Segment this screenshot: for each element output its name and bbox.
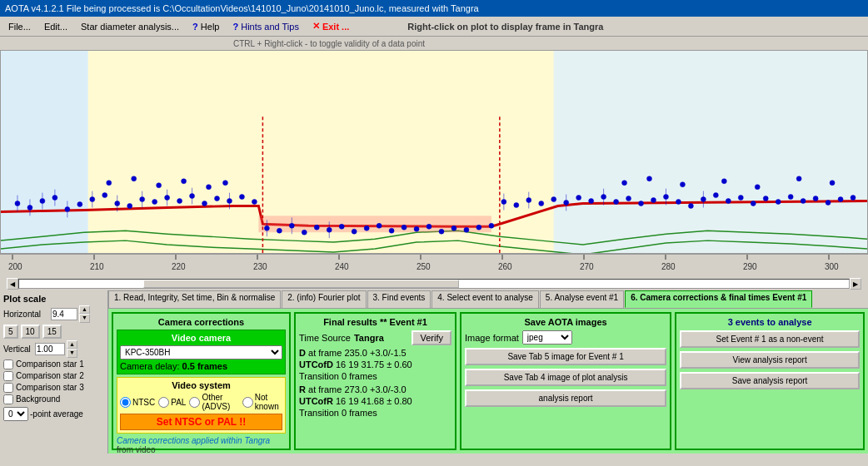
camera-delay-value: 0.5 frames (182, 361, 227, 371)
format-label: Image format (465, 333, 519, 343)
svg-point-48 (389, 228, 394, 233)
scale-15-btn[interactable]: 15 (42, 325, 62, 339)
comp3-checkbox[interactable] (3, 383, 13, 393)
transition-r-row: Transition 0 frames (299, 408, 451, 418)
tab-1[interactable]: 1. Read, Integrity, Set time, Bin & norm… (108, 290, 281, 308)
comp2-checkbox[interactable] (3, 371, 13, 381)
camera-note-text: Camera corrections applied within Tangra (117, 436, 270, 445)
comp2-row: Comparison star 2 (3, 371, 104, 381)
hints-icon: ? (232, 22, 238, 32)
tab-4[interactable]: 4. Select event to analyse (432, 290, 539, 308)
set-event-button[interactable]: Set Event # 1 as a non-event (680, 330, 860, 348)
svg-point-23 (152, 200, 157, 205)
svg-point-47 (377, 223, 382, 228)
pal-radio[interactable] (158, 397, 169, 408)
svg-point-83 (751, 201, 756, 206)
horizontal-input[interactable] (51, 308, 77, 320)
r-row: R at frame 273.0 +3.0/-3.0 (299, 384, 451, 394)
svg-point-98 (622, 181, 627, 186)
vertical-down-btn[interactable]: ▼ (67, 349, 77, 357)
scroll-left-btn[interactable]: ◀ (7, 278, 18, 290)
tab-2[interactable]: 2. (info) Fourier plot (282, 290, 366, 308)
svg-point-56 (489, 223, 494, 228)
final-results-panel: Final results ** Event #1 Time Source Ta… (294, 312, 456, 450)
view-analysis-button[interactable]: View analysis report (680, 351, 860, 369)
svg-point-73 (651, 198, 656, 203)
svg-point-20 (127, 203, 132, 208)
svg-text:290: 290 (743, 262, 757, 271)
camera-note: Camera corrections applied within Tangra… (117, 436, 286, 454)
scroll-thumb[interactable] (143, 280, 458, 288)
background-row: Background (3, 394, 104, 404)
svg-point-33 (239, 195, 244, 200)
vertical-up-btn[interactable]: ▲ (67, 340, 77, 349)
comp1-checkbox[interactable] (3, 359, 13, 369)
scale-10-btn[interactable]: 10 (21, 325, 40, 339)
save-images-title: Save AOTA images (465, 317, 666, 327)
set-ntsc-display: Set NTSC or PAL !! (120, 414, 282, 430)
save-aota-images-panel: Save AOTA images Image format jpeg Save … (460, 312, 671, 450)
svg-text:200: 200 (8, 262, 22, 271)
svg-point-54 (464, 227, 469, 232)
svg-point-80 (713, 193, 718, 198)
format-select[interactable]: jpeg (522, 330, 572, 345)
other-option[interactable]: Other (ADVS) (189, 393, 238, 411)
exit-menu[interactable]: ✕ Exit ... (307, 19, 354, 33)
save-tab4-button[interactable]: Save Tab 4 image of plot analysis (465, 369, 666, 386)
svg-point-72 (639, 201, 644, 206)
save-tab5-button[interactable]: Save Tab 5 image for Event # 1 (465, 348, 666, 365)
plot-scale-section: Plot scale Horizontal ▲ ▼ 5 10 15 Vertic… (3, 294, 104, 421)
background-checkbox[interactable] (3, 394, 13, 404)
star-diameter-menu[interactable]: Star diameter analysis... (76, 20, 184, 33)
analysis-report-button[interactable]: analysis report (465, 389, 666, 407)
svg-text:300: 300 (825, 262, 839, 271)
svg-text:280: 280 (661, 262, 676, 271)
edit-menu[interactable]: Edit... (39, 20, 72, 33)
camera-delay-row: Camera delay: 0.5 frames (120, 361, 282, 371)
svg-rect-2 (554, 51, 867, 253)
not-known-option[interactable]: Not known (242, 393, 282, 411)
svg-point-71 (626, 196, 631, 201)
h-scrollbar[interactable]: ◀ ▶ (0, 277, 868, 290)
save-analysis-button[interactable]: Save analysis report (680, 372, 860, 389)
svg-point-70 (614, 200, 619, 205)
menu-bar: File... Edit... Star diameter analysis..… (0, 17, 868, 37)
svg-point-41 (314, 225, 319, 230)
svg-point-84 (763, 196, 768, 201)
scroll-right-btn[interactable]: ▶ (850, 278, 861, 290)
tab-6[interactable]: 6. Camera corrections & final times Even… (625, 290, 812, 308)
horizontal-down-btn[interactable]: ▼ (79, 314, 90, 322)
help-menu[interactable]: ? Help (187, 20, 224, 33)
vertical-input[interactable] (35, 343, 65, 355)
utc-r-row: UTCofR 16 19 41.68 ± 0.80 (299, 396, 451, 406)
svg-point-93 (132, 176, 137, 181)
camera-delay-label: Camera delay: (120, 361, 180, 371)
tab-3[interactable]: 3. Find events (367, 290, 432, 308)
svg-point-104 (830, 181, 835, 186)
file-menu[interactable]: File... (3, 20, 36, 33)
svg-point-40 (302, 230, 307, 235)
svg-text:220: 220 (172, 262, 186, 271)
hints-menu[interactable]: ? Hints and Tips (227, 20, 303, 33)
verify-button[interactable]: Verify (412, 330, 451, 345)
ntsc-radio[interactable] (120, 397, 131, 408)
exit-icon: ✕ (312, 21, 320, 32)
svg-point-99 (647, 176, 652, 181)
horizontal-up-btn[interactable]: ▲ (79, 305, 90, 314)
tab-5[interactable]: 5. Analyse event #1 (540, 290, 624, 308)
other-radio[interactable] (189, 397, 200, 408)
svg-text:260: 260 (498, 262, 512, 271)
time-source-value: Tangra (354, 333, 384, 343)
plot-area[interactable] (0, 50, 868, 254)
final-results-title: Final results ** Event #1 (299, 317, 451, 327)
ntsc-option[interactable]: NTSC (120, 397, 155, 408)
svg-text:230: 230 (253, 262, 267, 271)
pal-option[interactable]: PAL (158, 397, 186, 408)
avg-select[interactable]: 0234 (3, 407, 28, 421)
camera-model-select[interactable]: KPC-350BH (120, 345, 282, 359)
scale-5-btn[interactable]: 5 (3, 325, 18, 339)
point-avg-label: -point average (30, 409, 83, 419)
svg-point-87 (801, 199, 806, 204)
scroll-track[interactable] (18, 279, 850, 289)
not-known-radio[interactable] (242, 397, 253, 408)
